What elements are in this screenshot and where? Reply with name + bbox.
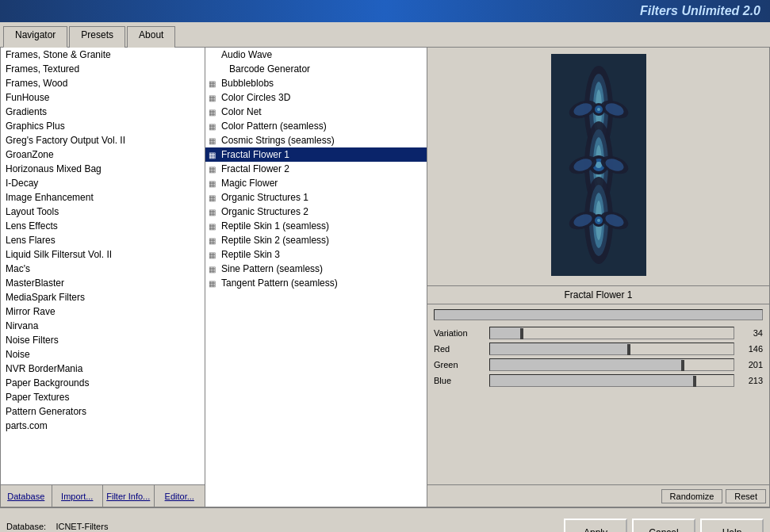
filter-name-item[interactable]: ▦Color Net — [205, 105, 427, 119]
control-value: 213 — [739, 376, 763, 385]
category-list[interactable]: Frames, Stone & GraniteFrames, TexturedF… — [1, 48, 205, 484]
filter-icon: ▦ — [209, 193, 216, 202]
category-item[interactable]: Paper Textures — [1, 390, 205, 404]
filter-name-item[interactable]: Audio Wave — [205, 48, 427, 62]
filter-name-label: Fractal Flower 1 — [221, 149, 289, 160]
filter-name-label: Sine Pattern (seamless) — [221, 263, 323, 274]
control-slider[interactable] — [489, 374, 734, 387]
category-item[interactable]: I-Decay — [1, 176, 205, 190]
apply-button[interactable]: Apply — [564, 519, 627, 533]
right-toolbar: Randomize Reset — [427, 484, 769, 507]
category-item[interactable]: Nirvana — [1, 319, 205, 333]
filter-name-item[interactable]: ▦Fractal Flower 1 — [205, 147, 427, 162]
tab-about[interactable]: About — [127, 26, 175, 48]
randomize-button[interactable]: Randomize — [661, 489, 723, 503]
filter-name-item[interactable]: ▦Reptile Skin 1 (seamless) — [205, 219, 427, 233]
category-item[interactable]: Image Enhancement — [1, 190, 205, 205]
right-toolbar-buttons: Randomize Reset — [661, 489, 769, 503]
filter-icon: ▦ — [209, 79, 216, 88]
control-label: Red — [434, 344, 489, 354]
category-item[interactable]: FunHouse — [1, 90, 205, 105]
control-row: Green201 — [434, 358, 763, 371]
category-item[interactable]: Horizonaus Mixed Bag — [1, 162, 205, 176]
progress-bar — [434, 309, 763, 320]
database-label: Database: — [6, 522, 46, 531]
status-bar: Database: ICNET-Filters Filters: 1688 Ap… — [0, 507, 770, 532]
filter-name-label: Organic Structures 2 — [221, 206, 308, 217]
category-item[interactable]: Noise Filters — [1, 333, 205, 347]
filter-name-item[interactable]: ▦Reptile Skin 3 — [205, 247, 427, 262]
category-item[interactable]: Pattern Generators — [1, 404, 205, 419]
reset-button[interactable]: Reset — [726, 489, 766, 503]
category-item[interactable]: Greg's Factory Output Vol. II — [1, 133, 205, 147]
title-bar: Filters Unlimited 2.0 — [0, 0, 770, 22]
control-row: Red146 — [434, 343, 763, 355]
filter-name-item[interactable]: ▦Reptile Skin 2 (seamless) — [205, 233, 427, 247]
filter-name-label: Organic Structures 1 — [221, 192, 308, 203]
cancel-button[interactable]: Cancel — [632, 519, 695, 533]
filter-info-button[interactable]: Filter Info... — [103, 485, 155, 507]
control-slider[interactable] — [489, 327, 734, 339]
filter-icon: ▦ — [209, 251, 216, 259]
filter-name-label: Color Net — [221, 106, 262, 117]
filter-icon: ▦ — [209, 94, 216, 102]
database-value: ICNET-Filters — [56, 522, 108, 531]
category-item[interactable]: parts.com — [1, 419, 205, 433]
category-item[interactable]: MediaSpark Filters — [1, 290, 205, 304]
filter-icon: ▦ — [209, 208, 216, 216]
filter-icon: ▦ — [209, 279, 216, 288]
editor-button[interactable]: Editor... — [155, 485, 205, 507]
category-item[interactable]: Frames, Stone & Granite — [1, 48, 205, 62]
tab-navigator[interactable]: Navigator — [3, 26, 67, 48]
category-item[interactable]: Gradients — [1, 105, 205, 119]
category-item[interactable]: NVR BorderMania — [1, 362, 205, 376]
category-item[interactable]: Graphics Plus — [1, 119, 205, 133]
filter-name-item[interactable]: ▦Color Pattern (seamless) — [205, 119, 427, 133]
filter-name-label: Color Circles 3D — [221, 92, 290, 103]
category-item[interactable]: Mirror Rave — [1, 304, 205, 319]
filter-name-item[interactable]: ▦Tangent Pattern (seamless) — [205, 276, 427, 290]
category-item[interactable]: Mac's — [1, 262, 205, 276]
filter-name-item[interactable]: ▦Magic Flower — [205, 176, 427, 190]
filter-icon: ▦ — [209, 136, 216, 145]
database-button[interactable]: Database — [1, 485, 52, 507]
category-item[interactable]: Frames, Wood — [1, 76, 205, 90]
filter-title: Fractal Flower 1 — [427, 285, 769, 304]
filter-name-label: Audio Wave — [221, 49, 272, 60]
filter-names-list[interactable]: Audio WaveBarcode Generator▦Bubbleblobs▦… — [205, 48, 427, 507]
category-item[interactable]: Noise — [1, 347, 205, 362]
filter-name-label: Cosmic Strings (seamless) — [221, 135, 335, 146]
filter-name-item[interactable]: ▦Cosmic Strings (seamless) — [205, 133, 427, 147]
import-button[interactable]: Import... — [52, 485, 104, 507]
filter-name-item[interactable]: Barcode Generator — [205, 62, 427, 76]
left-toolbar: Database Import... Filter Info... Editor… — [1, 484, 205, 507]
filter-name-item[interactable]: ▦Sine Pattern (seamless) — [205, 262, 427, 276]
filter-name-item[interactable]: ▦Color Circles 3D — [205, 90, 427, 105]
control-slider[interactable] — [489, 343, 734, 355]
category-item[interactable]: Layout Tools — [1, 205, 205, 219]
control-slider[interactable] — [489, 358, 734, 371]
filter-name-item[interactable]: ▦Organic Structures 2 — [205, 205, 427, 219]
filter-icon: ▦ — [209, 236, 216, 245]
category-item[interactable]: Lens Effects — [1, 219, 205, 233]
filter-name-item[interactable]: ▦Bubbleblobs — [205, 76, 427, 90]
category-item[interactable]: GroanZone — [1, 147, 205, 162]
category-item[interactable]: Frames, Textured — [1, 62, 205, 76]
filter-icon: ▦ — [209, 222, 216, 231]
filter-icon: ▦ — [209, 108, 216, 117]
tab-presets[interactable]: Presets — [69, 26, 125, 48]
filter-icon: ▦ — [209, 265, 216, 274]
app-title: Filters Unlimited 2.0 — [640, 4, 760, 18]
filter-name-label: Bubbleblobs — [221, 78, 274, 89]
category-item[interactable]: Lens Flares — [1, 233, 205, 247]
help-button[interactable]: Help — [700, 519, 764, 533]
filter-name-label: Reptile Skin 2 (seamless) — [221, 235, 329, 246]
filter-name-item[interactable]: ▦Fractal Flower 2 — [205, 162, 427, 176]
category-item[interactable]: Paper Backgrounds — [1, 376, 205, 390]
control-value: 201 — [739, 360, 763, 369]
control-row: Variation34 — [434, 327, 763, 339]
category-item[interactable]: MasterBlaster — [1, 276, 205, 290]
category-item[interactable]: Liquid Silk Filtersut Vol. II — [1, 247, 205, 262]
filter-name-label: Color Pattern (seamless) — [221, 121, 327, 132]
filter-name-item[interactable]: ▦Organic Structures 1 — [205, 190, 427, 205]
